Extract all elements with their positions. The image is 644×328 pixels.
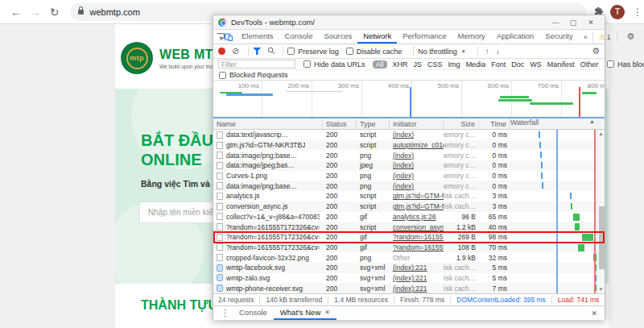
has-blocked-cookies-checkbox[interactable]: Has blocked cookies bbox=[607, 60, 644, 69]
device-toolbar-icon[interactable] bbox=[225, 30, 233, 44]
type-filter-manifest[interactable]: Manifest bbox=[547, 60, 575, 69]
type-filter-other[interactable]: Other bbox=[580, 60, 599, 69]
network-request-row[interactable]: ?random=1615557172326&cv=9&fst…200gif?ra… bbox=[213, 243, 605, 253]
initiator-link[interactable]: (index) bbox=[393, 161, 414, 169]
time-cell: 0 ms bbox=[479, 140, 510, 151]
initiator-link[interactable]: ?random=161555… bbox=[393, 233, 444, 241]
drawer-menu-icon[interactable]: ⋮ bbox=[221, 308, 229, 318]
drawer-close-icon[interactable]: ✕ bbox=[588, 309, 601, 318]
forward-icon[interactable]: → bbox=[26, 6, 45, 19]
network-overview-timeline[interactable]: 100 ms200 ms300 ms400 ms500 ms600 ms700 … bbox=[213, 81, 605, 118]
network-request-row[interactable]: wmtp-zalo.svg200svg+xml(index):221(disk … bbox=[213, 273, 605, 284]
column-header-waterfall[interactable]: Waterfall▲ bbox=[510, 118, 597, 129]
clear-icon[interactable]: ⊘ bbox=[232, 46, 239, 56]
column-header-type[interactable]: Type bbox=[357, 118, 390, 129]
initiator-link[interactable]: (index):221 bbox=[393, 284, 427, 293]
drawer-tab-console[interactable]: Console bbox=[233, 306, 274, 320]
initiator-link[interactable]: (index) bbox=[393, 172, 414, 180]
maximize-button[interactable]: ▢ bbox=[564, 19, 582, 27]
more-tabs-icon[interactable]: » bbox=[579, 30, 592, 44]
inspect-element-icon[interactable] bbox=[217, 30, 225, 44]
profile-avatar[interactable]: T bbox=[610, 5, 625, 19]
blocked-requests-checkbox[interactable]: Blocked Requests bbox=[219, 71, 288, 79]
filter-funnel-icon[interactable] bbox=[253, 48, 261, 55]
back-icon[interactable]: ← bbox=[6, 6, 26, 19]
network-request-row[interactable]: gtm.js?id=GTM-NKR3TBJ200scriptautoptimiz… bbox=[213, 140, 605, 151]
disable-cache-checkbox[interactable]: Disable cache bbox=[346, 48, 402, 56]
type-filter-img[interactable]: Img bbox=[448, 60, 460, 69]
initiator-link[interactable]: (index) bbox=[393, 152, 414, 160]
devtools-menu-icon[interactable]: ⋮ bbox=[641, 31, 644, 42]
tab-sources[interactable]: Sources bbox=[318, 30, 357, 44]
minimize-button[interactable]: — bbox=[547, 19, 564, 27]
document-file-icon bbox=[217, 243, 223, 251]
network-request-row[interactable]: ?random=1615557172326&cv=9&fst…200gif?ra… bbox=[213, 232, 605, 243]
browser-menu-icon[interactable]: ⋮ bbox=[631, 6, 644, 18]
type-filter-ws[interactable]: WS bbox=[530, 60, 542, 69]
network-request-row[interactable]: cropped-favicon-32x32.png200pngOther1.9 … bbox=[213, 252, 605, 263]
network-request-row[interactable]: wmtp-facebook.svg200svg+xml(index):221(d… bbox=[213, 263, 605, 273]
network-request-row[interactable]: data:image/jpeg;bas…200jpeg(index)(memor… bbox=[213, 160, 605, 171]
scroll-up-icon[interactable]: ▲ bbox=[599, 130, 604, 138]
network-request-row[interactable]: conversion_async.js200scriptgtm.js?id=GT… bbox=[213, 201, 605, 212]
column-header-status[interactable]: Status bbox=[323, 118, 357, 129]
initiator-link[interactable]: (index) bbox=[393, 131, 414, 139]
column-header-size[interactable]: Size bbox=[444, 118, 479, 129]
column-header-name[interactable]: Name bbox=[213, 118, 323, 129]
export-har-icon[interactable]: ↓ bbox=[496, 47, 500, 56]
type-filter-font[interactable]: Font bbox=[491, 60, 506, 69]
initiator-link[interactable]: analytics.js:26 bbox=[393, 213, 436, 221]
initiator-link[interactable]: gtm.js?id=GTM-N… bbox=[393, 192, 444, 200]
tab-elements[interactable]: Elements bbox=[236, 30, 279, 44]
column-header-time[interactable]: Time bbox=[479, 118, 510, 129]
tab-memory[interactable]: Memory bbox=[452, 30, 491, 44]
initiator-link[interactable]: ?random=161555… bbox=[393, 243, 444, 251]
network-request-row[interactable]: data:image/png;base…200png(index)(memory… bbox=[213, 181, 605, 191]
filter-input[interactable] bbox=[218, 60, 295, 69]
scroll-down-icon[interactable]: ▼ bbox=[599, 285, 604, 293]
network-request-row[interactable]: Curves-1.png200png(index)(memory c…0 ms bbox=[213, 171, 605, 181]
type-filter-js[interactable]: JS bbox=[414, 60, 423, 69]
close-button[interactable]: ✕ bbox=[582, 19, 600, 27]
network-request-row[interactable]: collect?v=1&_v=j88&a=470083132&…200gifan… bbox=[213, 212, 605, 222]
site-logo[interactable]: mtp bbox=[121, 42, 153, 74]
drawer-tab-what-s-new[interactable]: What's New✕ bbox=[274, 306, 336, 320]
warning-badge[interactable]: ⚠1 bbox=[592, 31, 617, 43]
throttling-dropdown[interactable]: No throttling▼ bbox=[418, 48, 465, 56]
network-request-row[interactable]: data:text/javascrip…200script(index)(mem… bbox=[213, 130, 605, 140]
type-filter-xhr[interactable]: XHR bbox=[393, 60, 408, 69]
network-settings-gear-icon[interactable]: ⚙ bbox=[592, 46, 600, 56]
initiator-link[interactable]: (index):221 bbox=[393, 264, 427, 272]
scrollbar-thumb[interactable] bbox=[599, 206, 605, 269]
tab-performance[interactable]: Performance bbox=[397, 30, 452, 44]
initiator-link[interactable]: autoptimize_c01d… bbox=[393, 141, 444, 149]
tab-console[interactable]: Console bbox=[279, 30, 319, 44]
initiator-link[interactable]: conversion_async.j… bbox=[393, 223, 444, 231]
tab-network[interactable]: Network bbox=[357, 30, 397, 44]
sort-ascending-icon[interactable]: ▲ bbox=[589, 118, 597, 129]
initiator-link[interactable]: gtm.js?id=GTM-N… bbox=[393, 202, 444, 210]
network-request-row[interactable]: data:image/png;base…200png(index)(memory… bbox=[213, 150, 605, 160]
tab-close-icon[interactable]: ✕ bbox=[324, 309, 330, 316]
tab-security[interactable]: Security bbox=[539, 30, 578, 44]
tab-application[interactable]: Application bbox=[491, 30, 539, 44]
initiator-link[interactable]: (index):221 bbox=[393, 274, 427, 282]
network-request-row[interactable]: wmtp-phone-receiver.svg200svg+xml(index)… bbox=[213, 283, 605, 293]
search-icon[interactable] bbox=[267, 47, 275, 56]
hide-data-urls-checkbox[interactable]: Hide data URLs bbox=[303, 60, 365, 69]
type-filter-all[interactable]: All bbox=[373, 60, 387, 69]
column-header-initiator[interactable]: Initiator bbox=[390, 118, 444, 129]
type-filter-css[interactable]: CSS bbox=[427, 60, 443, 69]
reload-icon[interactable]: ↻ bbox=[45, 6, 64, 19]
network-request-row[interactable]: ?random=1615557172326&cv=9&fst…200script… bbox=[213, 222, 605, 232]
record-icon[interactable] bbox=[218, 48, 225, 55]
network-request-row[interactable]: analytics.js200scriptgtm.js?id=GTM-N…(di… bbox=[213, 191, 605, 201]
import-har-icon[interactable]: ↑ bbox=[485, 47, 489, 56]
table-scrollbar[interactable]: ▲ ▼ bbox=[597, 130, 605, 293]
devtools-titlebar[interactable]: DevTools - webmtp.com/ — ▢ ✕ bbox=[213, 15, 605, 30]
settings-gear-icon[interactable]: ⚙ bbox=[627, 31, 635, 42]
preserve-log-checkbox[interactable]: Preserve log bbox=[287, 48, 339, 56]
type-filter-doc[interactable]: Doc bbox=[511, 60, 524, 69]
initiator-link[interactable]: (index) bbox=[393, 182, 414, 190]
type-filter-media[interactable]: Media bbox=[466, 60, 486, 69]
